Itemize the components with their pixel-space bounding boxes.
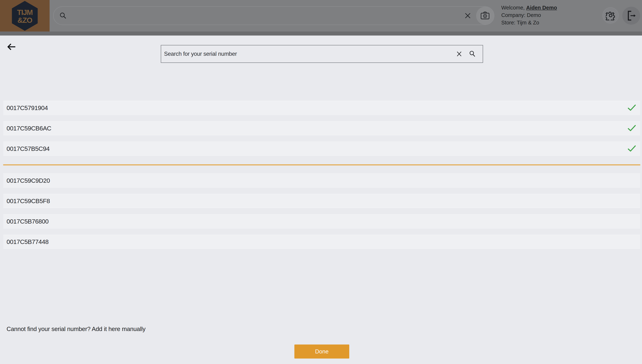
serial-number-label: 0017C59CB6AC [3,125,51,132]
serial-row[interactable]: 0017C59CB5F8 [3,194,640,208]
camera-scan-button[interactable] [476,7,494,24]
serial-row[interactable]: 0017C59C9D20 [3,174,640,188]
app-header: TIJM &ZO Welcome, Aiden Demo [0,0,642,32]
logo-line1: TIJM [17,8,33,16]
check-icon [627,104,636,111]
search-icon [59,12,67,20]
serial-row[interactable]: 0017C57B5C94 [3,142,640,156]
header-search-input[interactable] [67,12,464,19]
back-button[interactable] [7,43,16,51]
serial-row[interactable]: 0017C5791904 [3,101,640,115]
logo-line2: &ZO [18,16,33,24]
welcome-line: Welcome, Aiden Demo [501,4,557,12]
search-icon [469,50,476,58]
serial-row[interactable]: 0017C5B76800 [3,214,640,228]
serial-search-bar [161,45,483,63]
manual-add-hint[interactable]: Cannot find your serial number? Add it h… [7,326,146,332]
serial-picker-modal: 0017C57919040017C59CB6AC0017C57B5C940017… [0,36,642,364]
serial-number-label: 0017C59CB5F8 [3,198,50,204]
header-clear-icon[interactable] [464,12,471,19]
store-line: Store: Tijm & Zo [501,19,557,26]
logout-icon [626,10,636,21]
serial-row[interactable]: 0017C59CB6AC [3,121,640,135]
app-logo: TIJM &ZO [0,0,50,32]
arrow-left-icon [7,43,16,51]
serial-number-label: 0017C5B76800 [3,218,49,225]
check-icon [627,125,636,132]
company-line: Company: Demo [501,12,557,19]
hexagon-logo-icon: TIJM &ZO [11,1,39,31]
done-button[interactable]: Done [294,344,349,358]
check-icon [627,145,636,152]
logout-button[interactable] [622,7,640,24]
serial-search-submit-icon[interactable] [468,50,483,58]
serial-number-label: 0017C5791904 [3,104,48,112]
serial-number-label: 0017C59C9D20 [3,177,50,184]
user-info: Welcome, Aiden Demo Company: Demo Store:… [501,4,557,26]
serial-number-label: 0017C57B5C94 [3,145,50,152]
serial-search-clear-icon[interactable] [451,51,468,57]
gear-icon [606,10,615,20]
camera-icon [480,12,490,20]
selection-divider [3,164,640,165]
serial-number-label: 0017C5B77448 [3,238,49,246]
serial-row[interactable]: 0017C5B77448 [3,235,640,249]
user-name-link[interactable]: Aiden Demo [526,5,557,10]
serial-search-input[interactable] [161,51,451,57]
header-search-bar [53,6,494,25]
settings-button[interactable] [602,7,619,24]
header-bottom-strip [0,32,642,36]
